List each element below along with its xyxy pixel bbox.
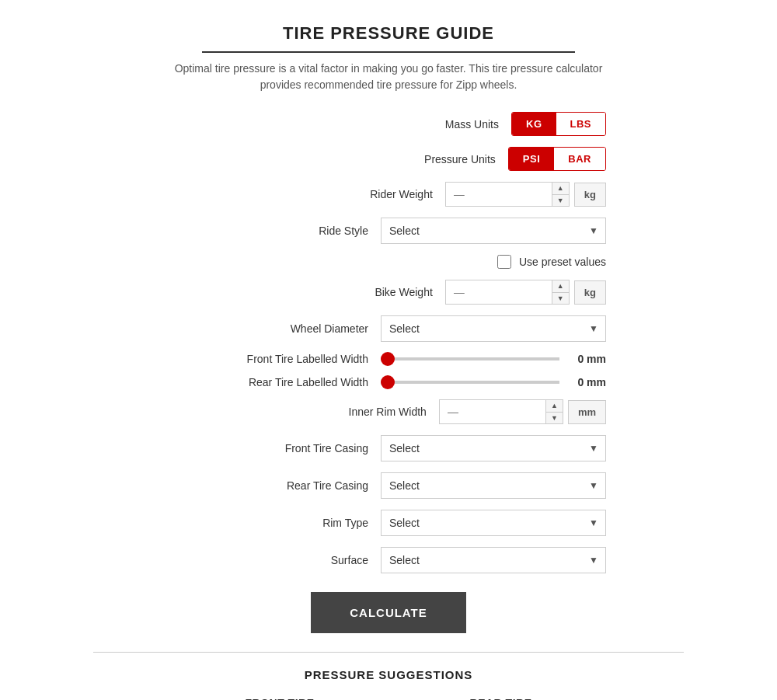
front-tire-casing-select[interactable]: Select Standard TLR Tubeless — [381, 435, 606, 461]
bike-weight-spinner: ▲ ▼ — [552, 280, 569, 304]
title-divider — [202, 51, 575, 53]
bike-weight-label: Bike Weight — [290, 286, 445, 298]
rim-type-row: Rim Type Select Clincher Tubular Tubeles… — [93, 510, 684, 536]
inner-rim-width-input[interactable] — [440, 400, 563, 423]
inner-rim-width-unit: mm — [568, 400, 606, 424]
rear-tire-width-label: Rear Tire Labelled Width — [225, 376, 381, 388]
pressure-units-label: Pressure Units — [353, 153, 508, 165]
rider-weight-down-btn[interactable]: ▼ — [552, 195, 569, 207]
calculate-row: CALCULATE — [93, 592, 684, 633]
rim-type-label: Rim Type — [225, 517, 381, 529]
bike-weight-down-btn[interactable]: ▼ — [552, 293, 569, 305]
front-tire-header: FRONT TIRE — [246, 697, 315, 700]
rim-type-select[interactable]: Select Clincher Tubular Tubeless — [381, 510, 606, 536]
rider-weight-unit: kg — [574, 183, 606, 207]
pressure-suggestions-title: PRESSURE SUGGESTIONS — [93, 668, 684, 681]
inner-rim-width-spinner: ▲ ▼ — [545, 400, 563, 423]
inner-rim-width-input-group: ▲ ▼ mm — [439, 399, 606, 424]
front-tire-casing-row: Front Tire Casing Select Standard TLR Tu… — [93, 435, 684, 461]
rider-weight-spinner: ▲ ▼ — [552, 183, 569, 206]
front-tire-casing-label: Front Tire Casing — [225, 442, 381, 454]
front-tire-width-row: Front Tire Labelled Width 0 mm — [93, 353, 684, 365]
rear-tire-casing-row: Rear Tire Casing Select Standard TLR Tub… — [93, 472, 684, 499]
ride-style-select[interactable]: Select Road Gravel Mountain — [381, 218, 606, 244]
rear-tire-header: REAR TIRE — [470, 697, 532, 700]
rider-weight-input-group: ▲ ▼ kg — [445, 182, 606, 207]
inner-rim-width-row: Inner Rim Width ▲ ▼ mm — [93, 399, 684, 424]
wheel-diameter-row: Wheel Diameter Select 700c 650b 26" 29" … — [93, 315, 684, 342]
wheel-diameter-select[interactable]: Select 700c 650b 26" 29" — [381, 315, 606, 342]
rear-tire-width-value: 0 mm — [567, 376, 606, 388]
rider-weight-label: Rider Weight — [290, 188, 445, 200]
surface-row: Surface Select Road Gravel Cobbles Mixed… — [93, 547, 684, 573]
preset-values-label: Use preset values — [519, 256, 606, 268]
page-wrapper: TIRE PRESSURE GUIDE Optimal tire pressur… — [78, 0, 699, 700]
bike-weight-unit: kg — [574, 280, 606, 305]
inner-rim-width-down-btn[interactable]: ▼ — [546, 413, 563, 424]
front-tire-width-value: 0 mm — [567, 353, 606, 365]
mass-units-toggle: KG LBS — [511, 112, 606, 136]
rear-tire-casing-select-wrapper: Select Standard TLR Tubeless ▼ — [381, 472, 606, 499]
wheel-diameter-select-wrapper: Select 700c 650b 26" 29" ▼ — [381, 315, 606, 342]
mass-units-label: Mass Units — [356, 118, 511, 131]
rider-weight-row: Rider Weight ▲ ▼ kg — [93, 182, 684, 207]
rear-tire-casing-select[interactable]: Select Standard TLR Tubeless — [381, 472, 606, 499]
rear-tire-width-slider-wrapper: 0 mm — [381, 376, 606, 388]
ride-style-row: Ride Style Select Road Gravel Mountain ▼ — [93, 218, 684, 244]
surface-label: Surface — [225, 554, 381, 566]
mass-units-kg-btn[interactable]: KG — [512, 113, 556, 135]
page-title: TIRE PRESSURE GUIDE — [93, 23, 684, 44]
ride-style-select-wrapper: Select Road Gravel Mountain ▼ — [381, 218, 606, 244]
preset-values-row: Use preset values — [93, 255, 684, 269]
rear-tire-casing-label: Rear Tire Casing — [225, 479, 381, 492]
bike-weight-input[interactable] — [446, 280, 569, 304]
bottom-divider — [93, 652, 684, 653]
rear-tire-width-row: Rear Tire Labelled Width 0 mm — [93, 376, 684, 388]
inner-rim-width-input-wrapper: ▲ ▼ — [439, 399, 563, 424]
rim-type-select-wrapper: Select Clincher Tubular Tubeless ▼ — [381, 510, 606, 536]
ride-style-label: Ride Style — [225, 225, 381, 237]
bike-weight-row: Bike Weight ▲ ▼ kg — [93, 280, 684, 305]
surface-select[interactable]: Select Road Gravel Cobbles Mixed — [381, 547, 606, 573]
front-tire-width-slider-wrapper: 0 mm — [381, 353, 606, 365]
front-tire-width-slider[interactable] — [381, 357, 559, 360]
mass-units-row: Mass Units KG LBS — [93, 112, 684, 136]
form-section: Mass Units KG LBS Pressure Units PSI BAR… — [93, 112, 684, 573]
title-section: TIRE PRESSURE GUIDE Optimal tire pressur… — [93, 23, 684, 93]
bike-weight-input-group: ▲ ▼ kg — [445, 280, 606, 305]
front-tire-width-label: Front Tire Labelled Width — [225, 353, 381, 365]
rider-weight-input-wrapper: ▲ ▼ — [445, 182, 570, 207]
pressure-units-psi-btn[interactable]: PSI — [509, 148, 554, 170]
preset-values-checkbox[interactable] — [497, 255, 511, 269]
calculate-button[interactable]: CALCULATE — [311, 592, 466, 633]
front-tire-casing-select-wrapper: Select Standard TLR Tubeless ▼ — [381, 435, 606, 461]
pressure-units-bar-btn[interactable]: BAR — [554, 148, 605, 170]
subtitle: Optimal tire pressure is a vital factor … — [171, 61, 606, 93]
mass-units-lbs-btn[interactable]: LBS — [556, 113, 606, 135]
bike-weight-input-wrapper: ▲ ▼ — [445, 280, 570, 305]
inner-rim-width-up-btn[interactable]: ▲ — [546, 400, 563, 413]
pressure-units-row: Pressure Units PSI BAR — [93, 147, 684, 171]
rider-weight-up-btn[interactable]: ▲ — [552, 183, 569, 195]
rear-tire-width-slider[interactable] — [381, 381, 559, 384]
tire-headers: FRONT TIRE REAR TIRE — [93, 697, 684, 700]
pressure-units-toggle: PSI BAR — [508, 147, 606, 171]
wheel-diameter-label: Wheel Diameter — [225, 322, 381, 335]
inner-rim-width-label: Inner Rim Width — [284, 406, 439, 418]
surface-select-wrapper: Select Road Gravel Cobbles Mixed ▼ — [381, 547, 606, 573]
bike-weight-up-btn[interactable]: ▲ — [552, 280, 569, 293]
rider-weight-input[interactable] — [446, 183, 569, 206]
pressure-suggestions-section: PRESSURE SUGGESTIONS FRONT TIRE REAR TIR… — [93, 668, 684, 700]
